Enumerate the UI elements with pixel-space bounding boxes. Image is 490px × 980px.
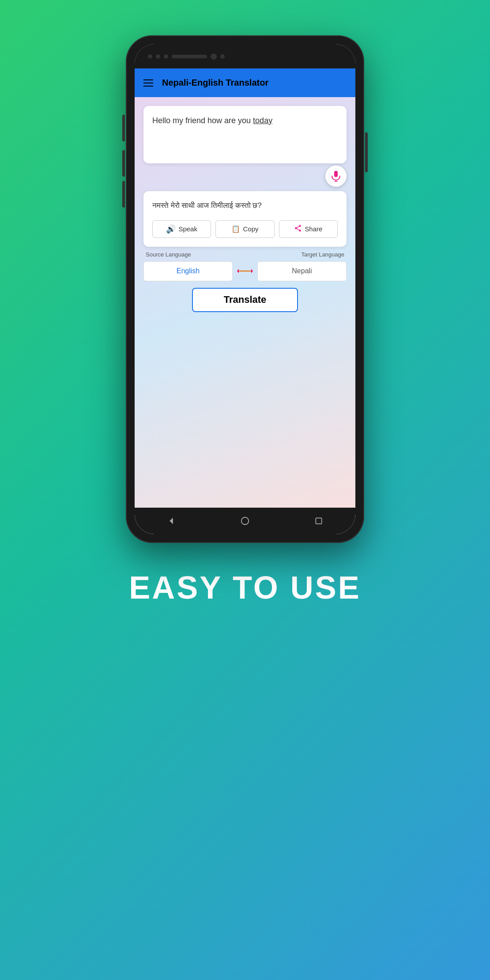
share-button[interactable]: Share	[279, 220, 338, 238]
bottom-nav	[135, 508, 355, 534]
back-button[interactable]	[165, 515, 177, 527]
notch	[148, 53, 225, 60]
translated-text: नमस्ते मेरो साथी आज तिमीलाई कस्तो छ?	[152, 200, 338, 211]
input-text: Hello my friend how are you today	[152, 115, 338, 127]
speak-icon: 🔊	[166, 224, 176, 234]
svg-rect-0	[334, 171, 338, 177]
translate-button[interactable]: Translate	[192, 288, 298, 312]
dot-4	[220, 54, 225, 59]
app-title: Nepali-English Translator	[162, 78, 268, 88]
svg-marker-11	[170, 518, 173, 524]
svg-line-6	[297, 229, 299, 230]
copy-button[interactable]: 📋 Copy	[215, 220, 274, 238]
dot-3	[164, 54, 168, 59]
source-lang-label: Source Language	[146, 251, 191, 258]
speak-button[interactable]: 🔊 Speak	[152, 220, 211, 238]
back-icon	[166, 516, 176, 526]
source-lang-button[interactable]: English	[143, 261, 233, 281]
phone-screen: Nepali-English Translator Hello my frien…	[135, 44, 355, 534]
svg-rect-13	[316, 518, 321, 524]
recent-button[interactable]	[313, 515, 325, 527]
swap-icon	[237, 267, 253, 275]
status-bar	[135, 44, 355, 68]
phone-body: Nepali-English Translator Hello my frien…	[126, 35, 364, 543]
home-icon	[240, 516, 250, 526]
phone-device: Nepali-English Translator Hello my frien…	[126, 35, 364, 543]
app-content: Hello my friend how are you today	[135, 97, 355, 508]
footer-tagline: EASY TO USE	[129, 569, 361, 606]
share-icon	[294, 224, 302, 234]
mic-container	[143, 166, 347, 187]
front-camera	[211, 53, 217, 60]
svg-point-12	[241, 517, 249, 525]
app-header: Nepali-English Translator	[135, 68, 355, 97]
translation-card: नमस्ते मेरो साथी आज तिमीलाई कस्तो छ? 🔊 S…	[143, 191, 347, 247]
svg-marker-10	[251, 269, 253, 273]
recent-icon	[314, 516, 323, 525]
input-card[interactable]: Hello my friend how are you today	[143, 106, 347, 163]
mic-icon	[331, 170, 341, 182]
dot-2	[156, 54, 160, 59]
lang-controls: English Nepali	[143, 261, 347, 281]
language-selector: Source Language Target Language English	[143, 251, 347, 281]
svg-line-7	[297, 226, 299, 227]
dot-1	[148, 54, 152, 59]
svg-point-4	[295, 227, 298, 229]
svg-marker-9	[237, 269, 239, 273]
target-lang-label: Target Language	[301, 251, 344, 258]
svg-point-3	[299, 225, 302, 227]
speaker	[172, 55, 207, 58]
home-button[interactable]	[239, 515, 251, 527]
swap-language-button[interactable]	[236, 262, 254, 280]
lang-labels: Source Language Target Language	[143, 251, 347, 258]
svg-point-5	[299, 230, 302, 232]
mic-button[interactable]	[325, 166, 347, 187]
target-lang-button[interactable]: Nepali	[257, 261, 347, 281]
copy-icon: 📋	[231, 225, 240, 233]
action-buttons: 🔊 Speak 📋 Copy Share	[152, 220, 338, 238]
menu-button[interactable]	[143, 79, 153, 87]
